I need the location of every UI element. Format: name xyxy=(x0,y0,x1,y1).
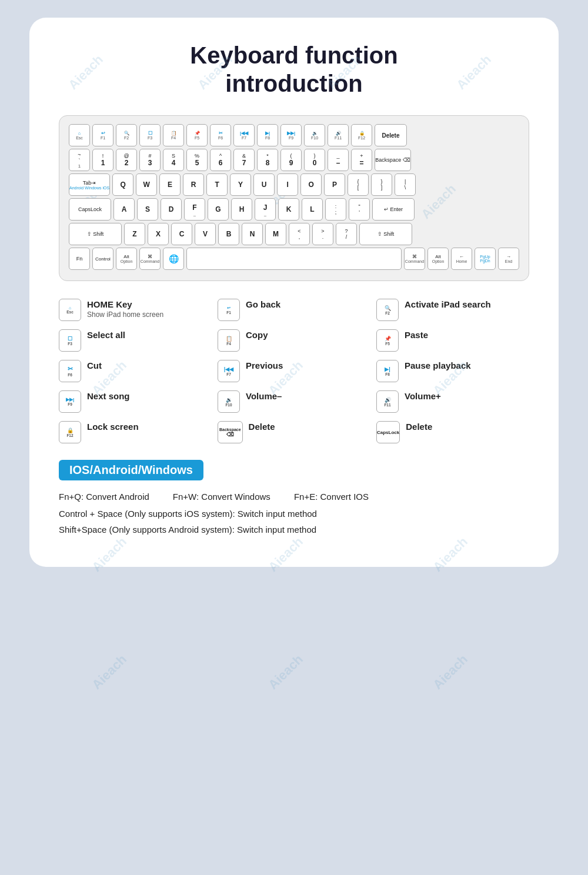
key-pgup: PgUpPgDn xyxy=(475,248,496,270)
fn-item-previous: |◀◀ F7 Previous xyxy=(218,360,370,382)
key-home: ←Home xyxy=(451,248,472,270)
key-f2: 🔍 F2 xyxy=(116,124,137,146)
fn-text-selectall: Select all xyxy=(87,329,125,341)
fn-text-lockscreen: Lock screen xyxy=(87,421,139,433)
fn-item-delete-caps: CapsLock Delete xyxy=(376,421,529,443)
fn-item-selectall: ☐ F3 Select all xyxy=(59,329,212,352)
key-y: Y xyxy=(230,173,251,196)
key-9: (9 xyxy=(280,149,302,171)
fn-text-delete-backspace: Delete xyxy=(249,421,275,433)
key-8: *8 xyxy=(257,149,278,171)
key-3: #3 xyxy=(139,149,161,171)
key-1: !1 xyxy=(92,149,113,171)
key-w: W xyxy=(136,173,157,196)
key-o: O xyxy=(300,173,322,196)
key-f11: 🔊 F11 xyxy=(328,124,349,146)
platform-info: Fn+Q: Convert Android Fn+W: Convert Wind… xyxy=(59,489,529,537)
key-f9: ▶▶| F9 xyxy=(280,124,302,146)
fn-item-volup: 🔊 F11 Volume+ xyxy=(376,390,529,413)
fn-badge-backspace: Backspace ⌫ xyxy=(218,421,243,443)
platform-row-3: Shift+Space (Only supports Android syste… xyxy=(59,522,529,537)
platform-badge: IOS/Android/Windows xyxy=(59,460,203,480)
key-f7: |◀◀ F7 xyxy=(233,124,255,146)
fn-text-nextsong: Next song xyxy=(87,390,130,402)
fn-item-voldown: 🔉 F10 Volume– xyxy=(218,390,370,413)
key-4: S4 xyxy=(163,149,184,171)
fn-badge-f8: ▶| F8 xyxy=(376,360,399,382)
fn-badge-f4: 📋 F4 xyxy=(218,329,240,352)
fn-item-pause: ▶| F8 Pause playback xyxy=(376,360,529,382)
key-r: R xyxy=(183,173,204,196)
fn-item-home: ⌂ Esc HOME Key Show iPad home screen xyxy=(59,299,212,321)
key-shift-right: ⇧ Shift xyxy=(359,223,412,245)
fn-item-cut: ✂ F6 Cut xyxy=(59,360,212,382)
key-u: U xyxy=(253,173,275,196)
key-f8: ▶| F8 xyxy=(257,124,278,146)
fn-text-pause: Pause playback xyxy=(405,360,471,372)
key-l: L xyxy=(302,198,323,221)
key-period: >. xyxy=(312,223,333,245)
key-semicolon: :; xyxy=(325,198,346,221)
fn-badge-f9: ▶▶| F9 xyxy=(59,390,81,413)
fn-badge-f10: 🔉 F10 xyxy=(218,390,240,413)
key-b: B xyxy=(218,223,239,245)
key-shift-left: ⇧ Shift xyxy=(69,223,122,245)
key-capslock: CapsLock xyxy=(69,198,111,221)
key-d: D xyxy=(161,198,182,221)
page-title: Keyboard function introduction xyxy=(59,41,529,98)
fn-text-delete-caps: Delete xyxy=(406,421,432,433)
key-tilde: ~ ` 1 xyxy=(69,149,90,171)
fn-text-copy: Copy xyxy=(246,329,268,341)
main-card: Aieach Aieach Aieach Aieach Aieach Aieac… xyxy=(29,18,559,567)
key-backspace: Backspace ⌫ xyxy=(375,149,411,171)
key-quote: "' xyxy=(349,198,370,221)
key-g: G xyxy=(208,198,229,221)
key-e: E xyxy=(159,173,181,196)
key-m: M xyxy=(265,223,286,245)
key-f12: 🔒 F12 xyxy=(351,124,372,146)
key-rbracket: }] xyxy=(371,173,392,196)
fn-text-previous: Previous xyxy=(246,360,283,372)
key-a: A xyxy=(113,198,135,221)
fn-item-paste: 📌 F5 Paste xyxy=(376,329,529,352)
key-backslash: |\ xyxy=(395,173,416,196)
key-0: )0 xyxy=(304,149,325,171)
key-delete-top: Delete xyxy=(375,124,407,146)
key-f: F_ xyxy=(184,198,205,221)
fn-badge-f11: 🔊 F11 xyxy=(376,390,399,413)
functions-grid: ⌂ Esc HOME Key Show iPad home screen ↩ F… xyxy=(59,299,529,443)
keyboard-diagram: ⌂ Esc ↩ F1 🔍 F2 ☐ F3 📋 F4 📌 F5 xyxy=(59,115,529,281)
key-comma: <, xyxy=(289,223,310,245)
key-6: ^6 xyxy=(210,149,231,171)
key-x: X xyxy=(148,223,169,245)
key-j: J_ xyxy=(255,198,276,221)
key-v: V xyxy=(195,223,216,245)
fn-text-cut: Cut xyxy=(87,360,102,372)
watermark: Aieach xyxy=(265,534,306,575)
fn-badge-f1: ↩ F1 xyxy=(218,299,240,321)
fn-text-goback: Go back xyxy=(246,299,280,310)
key-c: C xyxy=(171,223,192,245)
key-5: %5 xyxy=(186,149,208,171)
key-command-right: ⌘Command xyxy=(404,248,425,270)
fn-badge-f5: 📌 F5 xyxy=(376,329,399,352)
key-equals: += xyxy=(351,149,372,171)
key-space xyxy=(186,248,402,270)
key-fn: Fn xyxy=(69,248,90,270)
key-h: H xyxy=(231,198,252,221)
platform-row-2: Control + Space (Only supports iOS syste… xyxy=(59,506,529,522)
watermark: Aieach xyxy=(430,652,470,692)
watermark: Aieach xyxy=(89,534,129,575)
fn-badge-f2: 🔍 F2 xyxy=(376,299,399,321)
key-s: S xyxy=(137,198,158,221)
fn-text-home: HOME Key Show iPad home screen xyxy=(87,299,163,319)
fn-text-paste: Paste xyxy=(405,329,428,341)
key-q: Q xyxy=(112,173,133,196)
watermark: Aieach xyxy=(430,534,470,575)
key-command-left: ⌘Command xyxy=(139,248,161,270)
fn-badge-f12: 🔒 F12 xyxy=(59,421,81,443)
fn-text-voldown: Volume– xyxy=(246,390,282,402)
key-lbracket: {[ xyxy=(348,173,369,196)
fn-badge-f3: ☐ F3 xyxy=(59,329,81,352)
key-alt-right: AltOption xyxy=(427,248,449,270)
